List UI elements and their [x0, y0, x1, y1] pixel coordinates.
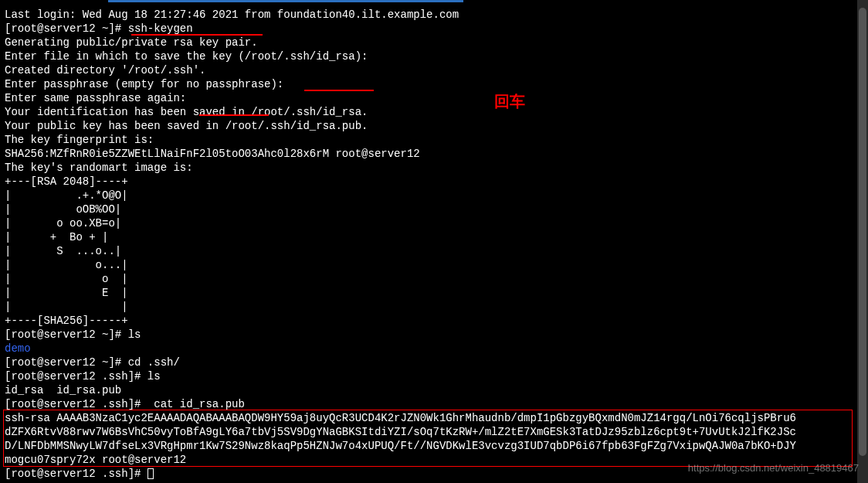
terminal-line: id_rsa id_rsa.pub — [5, 383, 863, 397]
terminal-line: SHA256:MZfRnR0ie5ZZWEtLlNaiFnF2l05toO03A… — [5, 147, 863, 161]
terminal-cursor — [147, 468, 154, 479]
terminal-line: Enter passphrase (empty for no passphras… — [5, 77, 863, 91]
terminal-line: [root@server12 ~]# cd .ssh/ — [5, 355, 863, 369]
scrollbar-track[interactable] — [857, 0, 868, 483]
terminal-line: The key fingerprint is: — [5, 133, 863, 147]
terminal-line: | | — [5, 300, 863, 314]
terminal-content[interactable]: Last login: Wed Aug 18 21:27:46 2021 fro… — [5, 8, 863, 481]
terminal-line: demo — [5, 342, 863, 355]
terminal-line: The key's randomart image is: — [5, 161, 863, 175]
terminal-line: Your identification has been saved in /r… — [5, 105, 863, 119]
window-accent — [108, 0, 463, 2]
terminal-line: Generating public/private rsa key pair. — [5, 36, 863, 49]
terminal-line: | oOB%OO| — [5, 202, 863, 216]
terminal-window[interactable]: Last login: Wed Aug 18 21:27:46 2021 fro… — [0, 0, 868, 483]
terminal-line: D/LNFDbMMSNwyLW7dfseLx3VRgHpmr1Kw7S29Nwz… — [5, 439, 863, 453]
watermark: https://blog.csdn.net/weixin_48819467 — [688, 461, 859, 475]
annotation-underline-3 — [199, 114, 269, 116]
terminal-line: | o | — [5, 272, 863, 286]
terminal-line: +----[SHA256]-----+ — [5, 314, 863, 328]
terminal-line: [root@server12 .ssh]# ls — [5, 369, 863, 383]
terminal-line: +---[RSA 2048]----+ — [5, 175, 863, 189]
terminal-line: dZFX6RtvV88rwv7W6BsVhC50vyToBfA9gLY6a7tb… — [5, 425, 863, 439]
terminal-line: | + Bo + | — [5, 230, 863, 244]
terminal-line: | o...| — [5, 258, 863, 272]
terminal-line: Created directory '/root/.ssh'. — [5, 63, 863, 77]
terminal-line: Enter same passphrase again: — [5, 91, 863, 105]
terminal-line: | o oo.XB=o| — [5, 216, 863, 230]
terminal-line: | S ...o..| — [5, 244, 863, 258]
annotation-enter-key: 回车 — [494, 94, 525, 108]
terminal-line: ssh-rsa AAAAB3NzaC1yc2EAAAADAQABAAABAQDW… — [5, 411, 863, 425]
scrollbar-thumb[interactable] — [859, 8, 866, 456]
terminal-line: [root@server12 .ssh]# cat id_rsa.pub — [5, 397, 863, 411]
terminal-line: Last login: Wed Aug 18 21:27:46 2021 fro… — [5, 8, 863, 22]
annotation-underline-2 — [304, 90, 374, 91]
annotation-underline-1 — [131, 34, 263, 36]
terminal-line: Enter file in which to save the key (/ro… — [5, 49, 863, 63]
terminal-line: | E | — [5, 286, 863, 300]
terminal-line: Your public key has been saved in /root/… — [5, 119, 863, 133]
terminal-line: [root@server12 ~]# ls — [5, 328, 863, 342]
terminal-line: | .+.*O@O| — [5, 189, 863, 202]
